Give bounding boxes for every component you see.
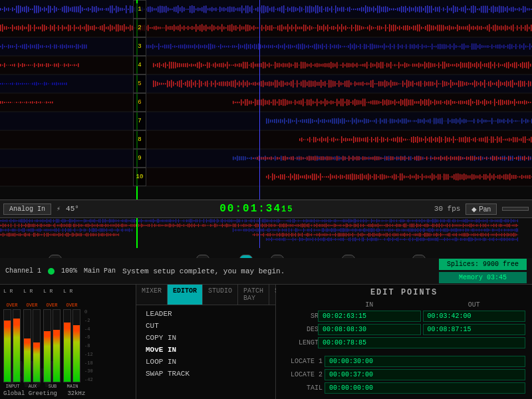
- edit-points: EDIT POINTS IN OUT SRC 00:02:63:15 00:03…: [276, 285, 532, 399]
- extra-button[interactable]: [502, 207, 529, 211]
- track-num-4: 4: [133, 56, 146, 74]
- marker-10[interactable]: 10: [412, 255, 426, 258]
- ep-locate2-label: LOCATE 2: [283, 371, 323, 378]
- playhead-blue: [259, 0, 260, 200]
- tab-mixer[interactable]: MIXER: [136, 285, 168, 305]
- ep-in-header: IN: [318, 301, 421, 309]
- tab-bar: MIXER EDITOR STUDIO PATCH BAY SYSTEM: [136, 285, 275, 305]
- tab-editor[interactable]: EDITOR: [168, 285, 203, 305]
- channel-pan: Main Pan: [84, 267, 116, 275]
- vu-meter-main-l: [63, 309, 71, 382]
- ep-locate1: 00:00:30:00: [325, 356, 525, 367]
- bottom-section: L R L R L R L R OVER OVER: [0, 285, 532, 399]
- ep-locate2: 00:00:37:00: [325, 369, 525, 380]
- marker-4[interactable]: 4: [196, 255, 209, 258]
- timecode-display: 00:01:3415: [84, 203, 429, 215]
- tab-studio[interactable]: STUDIO: [203, 285, 238, 305]
- playhead-top-extension: [136, 0, 138, 3]
- vu-meter-sub-l: [43, 309, 51, 382]
- analog-in-button[interactable]: Analog In: [3, 203, 51, 215]
- track-num-5: 5: [133, 74, 146, 93]
- channel-dot: [48, 268, 55, 275]
- vu-meter-input-r: [13, 309, 21, 382]
- editor-item-move-in[interactable]: MOvE IN: [142, 344, 270, 356]
- waveform-area: // Will be generated via JS below: [0, 0, 532, 200]
- track-num-9: 9: [133, 149, 146, 168]
- track-num-8: 8: [133, 130, 146, 149]
- channel-volume: 100%: [61, 267, 77, 275]
- vu-meter-sub-r: [53, 309, 61, 382]
- marker-1[interactable]: 1: [49, 255, 62, 258]
- global-greeting: Global Greeting 32kHz: [3, 390, 132, 397]
- marker-8[interactable]: 8: [342, 255, 355, 258]
- ep-src-out: 00:03:42:00: [423, 311, 526, 322]
- track-num-1: 1: [133, 0, 146, 19]
- marker-5[interactable]: 5: [239, 255, 253, 258]
- vu-meter-aux-l: [23, 309, 31, 382]
- ep-locate1-label: LOCATE 1: [283, 358, 323, 365]
- vu-meters: L R L R L R L R OVER OVER: [0, 285, 136, 399]
- track-num-6: 6: [133, 93, 146, 112]
- splices-button[interactable]: Splices: 9900 free: [439, 259, 527, 270]
- editor-item-copy-in[interactable]: COPY IN: [142, 332, 270, 344]
- angle-display: 45°: [66, 205, 79, 213]
- vu-group-labels: L R L R L R L R: [3, 288, 132, 294]
- status-message: System setup complete, you may begin.: [122, 267, 432, 275]
- track-num-2: 2: [133, 19, 146, 37]
- marker-7[interactable]: 7: [271, 255, 284, 258]
- vu-meter-input-l: [3, 309, 11, 382]
- ep-tail: 00:00:00:00: [325, 382, 525, 394]
- mini-playhead-blue: [259, 218, 260, 248]
- vu-meter-main-r: [72, 309, 80, 382]
- vu-meter-aux-r: [33, 309, 41, 382]
- ep-out-header: OUT: [423, 301, 526, 309]
- editor-item-loop-in[interactable]: LOOP IN: [142, 356, 270, 368]
- ep-src-label: SRC: [283, 313, 323, 320]
- fps-display: 30 fps: [434, 205, 461, 213]
- editor-item-leader[interactable]: LEADER: [142, 308, 270, 320]
- track-num-10: 10: [133, 168, 146, 186]
- pan-button[interactable]: ◆ Pan: [466, 203, 497, 215]
- track-num-7: 7: [133, 112, 146, 130]
- editor-panel: MIXER EDITOR STUDIO PATCH BAY SYSTEM LEA…: [136, 285, 276, 399]
- ep-tail-label: TAIL: [283, 384, 323, 392]
- ep-dest-label: DEST: [283, 326, 323, 333]
- battery-icon: ⚡: [57, 205, 61, 213]
- channel-label: Channel 1: [5, 267, 41, 275]
- transport-bar: Analog In ⚡ 45° 00:01:3415 30 fps ◆ Pan: [0, 200, 532, 218]
- ep-length-label: LENGTH: [283, 339, 323, 346]
- ep-length: 00:00:78:85: [318, 337, 525, 348]
- tab-patch-bay[interactable]: PATCH BAY: [238, 285, 269, 305]
- memory-button[interactable]: Memory 03:45: [439, 272, 527, 283]
- editor-item-cut[interactable]: CUT: [142, 320, 270, 332]
- vu-channel-labels: INPUT AUX SUB MAIN: [3, 384, 132, 389]
- mini-playhead: [136, 218, 138, 248]
- ep-src-in: 00:02:63:15: [318, 311, 421, 322]
- track-num-3: 3: [133, 37, 146, 56]
- ep-dest-out: 00:08:87:15: [423, 324, 526, 335]
- editor-menu: LEADER CUT COPY IN MOvE IN LOOP IN SWAP …: [136, 305, 275, 382]
- track-numbers: 1 2 3 4 5 6 7 8 9 10: [133, 0, 146, 200]
- editor-item-swap-track[interactable]: SWAP TRACK: [142, 368, 270, 380]
- edit-points-title: EDIT POINTS: [283, 288, 525, 297]
- channel-strip: Channel 1 100% Main Pan System setup com…: [0, 258, 532, 285]
- ep-dest-in: 00:08:08:30: [318, 324, 421, 335]
- mini-timeline: 1 4 5 7 8 10: [0, 218, 532, 258]
